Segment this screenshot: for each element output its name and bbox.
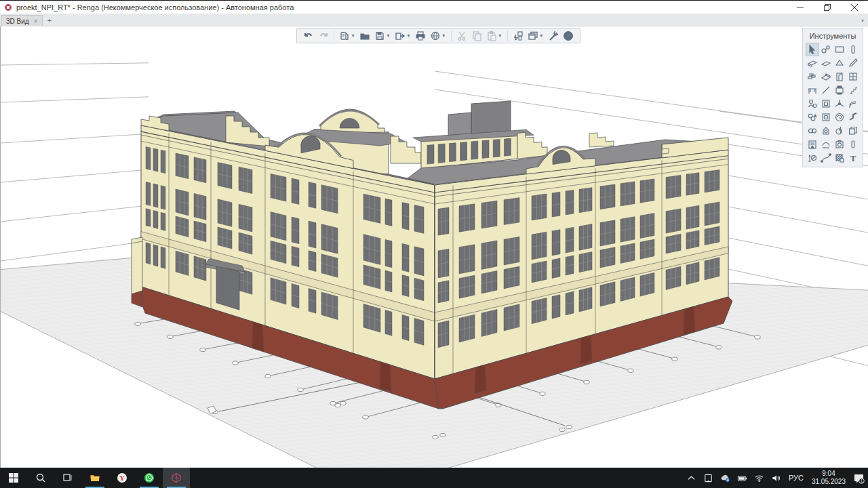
dropdown-caret-icon[interactable]: ▼ [441, 33, 446, 38]
taskbar-search-button[interactable] [27, 468, 54, 488]
open-folder-icon [359, 30, 370, 41]
tool-electric[interactable] [833, 124, 846, 138]
tool-select-cursor[interactable] [806, 43, 819, 56]
tab-close-icon[interactable]: × [34, 18, 38, 25]
tab-3d-view[interactable]: 3D Вид × [1, 15, 43, 26]
pen-icon [848, 58, 859, 68]
clone-icon [513, 30, 524, 41]
tool-plumbing[interactable] [806, 110, 819, 124]
clone-button[interactable] [511, 29, 526, 43]
undo-button[interactable] [301, 29, 316, 43]
tray-date: 31.05.2023 [812, 478, 846, 486]
tool-roof[interactable] [833, 56, 846, 70]
tool-opening[interactable] [819, 97, 833, 110]
taskbar-renga-button[interactable] [163, 468, 190, 488]
tool-partition[interactable] [819, 56, 833, 70]
tool-text[interactable]: T [846, 151, 860, 165]
tool-measure[interactable] [819, 43, 833, 56]
clock[interactable]: 9:0431.05.2023 [812, 470, 846, 486]
publish-icon [430, 30, 441, 41]
tool-pen[interactable] [846, 56, 860, 70]
redo-button[interactable] [316, 29, 331, 43]
hatch-icon [834, 152, 845, 163]
system-tray: РУС9:0431.05.20231 [683, 468, 868, 488]
tray-battery-icon[interactable] [737, 473, 747, 483]
model-button[interactable]: ▼ [337, 29, 357, 43]
tab-overflow-icon[interactable]: ▾ [861, 18, 864, 24]
tray-onedrive-icon[interactable] [720, 473, 730, 483]
taskbar-start-button[interactable] [0, 468, 27, 488]
file-explorer-icon [90, 472, 100, 483]
tool-door[interactable] [833, 70, 846, 83]
tool-duct-spiral[interactable] [833, 110, 846, 124]
tool-column[interactable] [846, 43, 860, 56]
language-indicator[interactable]: РУС [789, 474, 804, 482]
tool-stairs[interactable] [846, 83, 860, 97]
minimize-button[interactable] [787, 1, 814, 14]
tray-volume-icon[interactable] [771, 473, 781, 483]
tool-equipment-print[interactable] [833, 83, 846, 97]
windows-cascade-button[interactable]: ▼ [526, 29, 546, 43]
viewport-3d[interactable] [0, 26, 868, 468]
tray-tablet-icon[interactable] [703, 473, 713, 483]
tool-profile[interactable] [846, 138, 860, 151]
taskbar-file-explorer-button[interactable] [81, 468, 108, 488]
notification-center-icon[interactable]: 1 [853, 472, 865, 484]
select-cursor-icon [807, 44, 818, 55]
tool-beam[interactable] [806, 70, 819, 83]
save-button[interactable]: ▼ [372, 29, 393, 43]
settings-wrench-button[interactable] [546, 29, 561, 43]
tool-route[interactable] [833, 97, 846, 110]
print-button[interactable] [413, 29, 428, 43]
text-icon: T [848, 152, 859, 163]
tool-isolation[interactable] [819, 138, 833, 151]
taskbar-task-view-button[interactable] [54, 468, 81, 488]
tool-duct[interactable] [806, 124, 819, 138]
tool-assembly[interactable] [806, 97, 819, 110]
taskbar-whatsapp-button[interactable] [136, 468, 163, 488]
taskbar-yandex-browser-button[interactable]: Y [108, 468, 136, 488]
tool-section-mark[interactable] [806, 138, 819, 151]
cut-icon [456, 30, 467, 41]
open-folder-button[interactable] [357, 29, 372, 43]
task-view-icon [62, 472, 73, 483]
tool-plate[interactable] [819, 70, 833, 83]
tool-camera-view[interactable] [833, 138, 846, 151]
tool-hatch[interactable] [833, 151, 846, 165]
tool-lamp[interactable] [819, 124, 833, 138]
dropdown-caret-icon[interactable]: ▼ [498, 33, 502, 38]
tool-table[interactable] [806, 83, 819, 97]
camera-view-icon [834, 139, 845, 150]
tool-panel[interactable] [819, 110, 833, 124]
windows-cascade-icon [528, 30, 538, 41]
opening-icon [821, 98, 831, 109]
tool-level-mark[interactable] [806, 151, 819, 165]
paste-button[interactable]: ▼ [484, 29, 505, 43]
dropdown-caret-icon[interactable]: ▼ [539, 33, 544, 38]
close-button[interactable] [841, 1, 868, 14]
copy-button[interactable] [469, 29, 484, 43]
dropdown-caret-icon[interactable]: ▼ [406, 33, 411, 38]
tool-spline[interactable] [819, 151, 833, 165]
ramp-icon [848, 98, 859, 109]
tool-ramp[interactable] [846, 97, 860, 110]
help-button[interactable]: ? [561, 29, 576, 43]
new-tab-button[interactable]: + [45, 16, 54, 25]
cut-button[interactable] [454, 29, 469, 43]
equipment-print-icon [834, 85, 845, 96]
tool-line[interactable] [819, 83, 833, 97]
tool-wall[interactable] [806, 56, 819, 70]
tool-room[interactable] [833, 43, 846, 56]
dropdown-caret-icon[interactable]: ▼ [351, 33, 355, 38]
dropdown-caret-icon[interactable]: ▼ [386, 33, 391, 38]
redo-icon [318, 30, 329, 41]
duct-spiral-icon [834, 112, 845, 123]
publish-button[interactable]: ▼ [428, 29, 448, 43]
tray-wifi-icon[interactable] [754, 473, 764, 483]
tool-layers[interactable] [846, 124, 860, 138]
tool-pipe[interactable] [846, 110, 860, 124]
export-button[interactable]: ▼ [393, 29, 413, 43]
maximize-button[interactable] [814, 1, 841, 14]
tool-window[interactable] [846, 70, 860, 83]
tray-chevron-icon[interactable] [686, 473, 696, 483]
